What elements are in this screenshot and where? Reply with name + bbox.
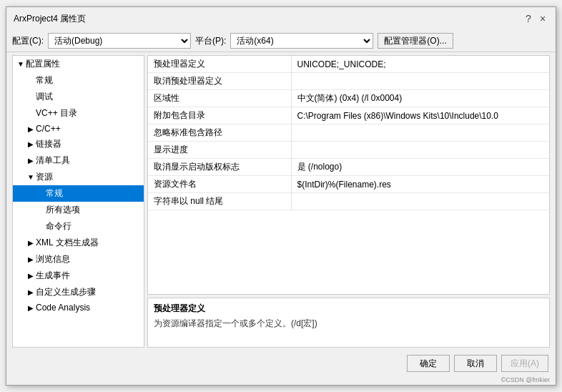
- tree-item-resources-all-options[interactable]: 所有选项: [13, 202, 144, 218]
- table-row[interactable]: 附加包含目录C:\Program Files (x86)\Windows Kit…: [148, 107, 549, 124]
- tree-expand-icon[interactable]: ▶: [26, 304, 36, 312]
- config-label: 配置(C):: [12, 35, 44, 47]
- left-panel: ▼配置属性常规调试VC++ 目录▶C/C++▶链接器▶清单工具▼资源常规所有选项…: [12, 55, 144, 348]
- config-select[interactable]: 活动(Debug): [48, 33, 191, 49]
- desc-text: 为资源编译器指定一个或多个定义。(/d[宏]): [154, 318, 543, 330]
- tree-expand-icon[interactable]: ▶: [26, 157, 36, 165]
- footer: 确定 取消 应用(A): [6, 351, 556, 376]
- tree-expand-icon[interactable]: ▼: [16, 60, 26, 68]
- tree-label: Code Analysis: [36, 303, 90, 313]
- prop-value: 是 (/nologo): [291, 159, 549, 176]
- dialog-title: ArxProject4 属性页: [14, 13, 86, 25]
- tree-label: XML 文档生成器: [36, 237, 99, 249]
- table-row[interactable]: 取消预处理器定义: [148, 73, 549, 90]
- tree-expand-icon[interactable]: ▶: [26, 125, 36, 133]
- tree-item-resources[interactable]: ▼资源: [13, 169, 144, 185]
- tree-label: C/C++: [36, 124, 61, 134]
- props-table: 预处理器定义UNICODE;_UNICODE;取消预处理器定义区域性中文(简体)…: [148, 56, 549, 210]
- tree-expand-icon[interactable]: ▼: [26, 173, 36, 181]
- close-button[interactable]: ×: [537, 13, 548, 24]
- desc-title: 预处理器定义: [154, 303, 543, 315]
- tree-item-browse-info[interactable]: ▶浏览信息: [13, 251, 144, 268]
- help-button[interactable]: ?: [523, 13, 534, 24]
- prop-name: 取消预处理器定义: [148, 73, 291, 90]
- tree-label: 调试: [36, 91, 53, 103]
- tree-item-vcpp-dirs[interactable]: VC++ 目录: [13, 105, 144, 122]
- right-panel: 预处理器定义UNICODE;_UNICODE;取消预处理器定义区域性中文(简体)…: [147, 55, 550, 348]
- prop-value: $(IntDir)%(Filename).res: [291, 176, 549, 193]
- tree-label: 常规: [36, 74, 53, 87]
- prop-name: 取消显示启动版权标志: [148, 159, 291, 176]
- prop-name: 区域性: [148, 90, 291, 107]
- prop-value: C:\Program Files (x86)\Windows Kits\10\I…: [291, 107, 549, 124]
- tree-label: 配置属性: [26, 58, 60, 70]
- tree-expand-icon[interactable]: ▶: [26, 272, 36, 280]
- toolbar: 配置(C): 活动(Debug) 平台(P): 活动(x64) 配置管理器(O)…: [6, 30, 556, 52]
- tree-label: 资源: [36, 171, 53, 183]
- ok-button[interactable]: 确定: [407, 355, 450, 372]
- table-row[interactable]: 资源文件名$(IntDir)%(Filename).res: [148, 176, 549, 193]
- tree-item-code-analysis[interactable]: ▶Code Analysis: [13, 300, 144, 315]
- tree-label: 链接器: [36, 138, 61, 150]
- prop-name: 资源文件名: [148, 176, 291, 193]
- prop-value: [291, 142, 549, 159]
- config-manager-button[interactable]: 配置管理器(O)...: [378, 33, 453, 49]
- table-row[interactable]: 取消显示启动版权标志是 (/nologo): [148, 159, 549, 176]
- apply-button[interactable]: 应用(A): [501, 355, 548, 372]
- tree-item-build-events[interactable]: ▶生成事件: [13, 268, 144, 284]
- dialog: ArxProject4 属性页 ? × 配置(C): 活动(Debug) 平台(…: [6, 6, 556, 386]
- props-area: 预处理器定义UNICODE;_UNICODE;取消预处理器定义区域性中文(简体)…: [147, 55, 550, 295]
- tree-item-linker[interactable]: ▶链接器: [13, 136, 144, 152]
- prop-value: UNICODE;_UNICODE;: [291, 56, 549, 73]
- tree-label: VC++ 目录: [36, 107, 77, 119]
- desc-area: 预处理器定义 为资源编译器指定一个或多个定义。(/d[宏]): [147, 298, 550, 348]
- prop-name: 字符串以 null 结尾: [148, 193, 291, 210]
- tree-item-cpp[interactable]: ▶C/C++: [13, 122, 144, 136]
- tree-item-resources-general[interactable]: 常规: [13, 185, 144, 202]
- main-content: ▼配置属性常规调试VC++ 目录▶C/C++▶链接器▶清单工具▼资源常规所有选项…: [6, 52, 556, 351]
- tree-item-manifest-tool[interactable]: ▶清单工具: [13, 152, 144, 169]
- tree-item-resources-cmdline[interactable]: 命令行: [13, 218, 144, 235]
- tree-label: 清单工具: [36, 155, 70, 167]
- prop-value: [291, 73, 549, 90]
- tree-item-debug[interactable]: 调试: [13, 89, 144, 105]
- platform-label: 平台(P):: [195, 35, 226, 47]
- table-row[interactable]: 预处理器定义UNICODE;_UNICODE;: [148, 56, 549, 73]
- tree-expand-icon[interactable]: ▶: [26, 255, 36, 263]
- tree-item-xml-doc[interactable]: ▶XML 文档生成器: [13, 235, 144, 251]
- tree-label: 常规: [46, 187, 63, 200]
- prop-value: 中文(简体) (0x4) (/l 0x0004): [291, 90, 549, 107]
- prop-value: [291, 124, 549, 142]
- tree-item-general[interactable]: 常规: [13, 72, 144, 89]
- tree-expand-icon[interactable]: ▶: [26, 239, 36, 247]
- prop-value: [291, 193, 549, 210]
- tree-expand-icon[interactable]: ▶: [26, 288, 36, 296]
- tree-expand-icon[interactable]: ▶: [26, 140, 36, 148]
- tree-label: 自定义生成步骤: [36, 286, 96, 298]
- tree-label: 命令行: [46, 220, 72, 232]
- prop-name: 忽略标准包含路径: [148, 124, 291, 142]
- title-bar: ArxProject4 属性页 ? ×: [6, 7, 556, 30]
- tree-item-config-props[interactable]: ▼配置属性: [13, 56, 144, 72]
- prop-name: 显示进度: [148, 142, 291, 159]
- table-row[interactable]: 区域性中文(简体) (0x4) (/l 0x0004): [148, 90, 549, 107]
- tree-label: 所有选项: [46, 204, 80, 216]
- prop-name: 预处理器定义: [148, 56, 291, 73]
- platform-select[interactable]: 活动(x64): [230, 33, 373, 49]
- copyright: ©CSDN @fmkier: [6, 376, 556, 385]
- table-row[interactable]: 忽略标准包含路径: [148, 124, 549, 142]
- table-row[interactable]: 显示进度: [148, 142, 549, 159]
- prop-name: 附加包含目录: [148, 107, 291, 124]
- tree-label: 生成事件: [36, 270, 70, 282]
- table-row[interactable]: 字符串以 null 结尾: [148, 193, 549, 210]
- tree-label: 浏览信息: [36, 253, 70, 265]
- title-controls: ? ×: [523, 13, 548, 24]
- cancel-button[interactable]: 取消: [454, 355, 497, 372]
- tree-item-custom-build[interactable]: ▶自定义生成步骤: [13, 284, 144, 300]
